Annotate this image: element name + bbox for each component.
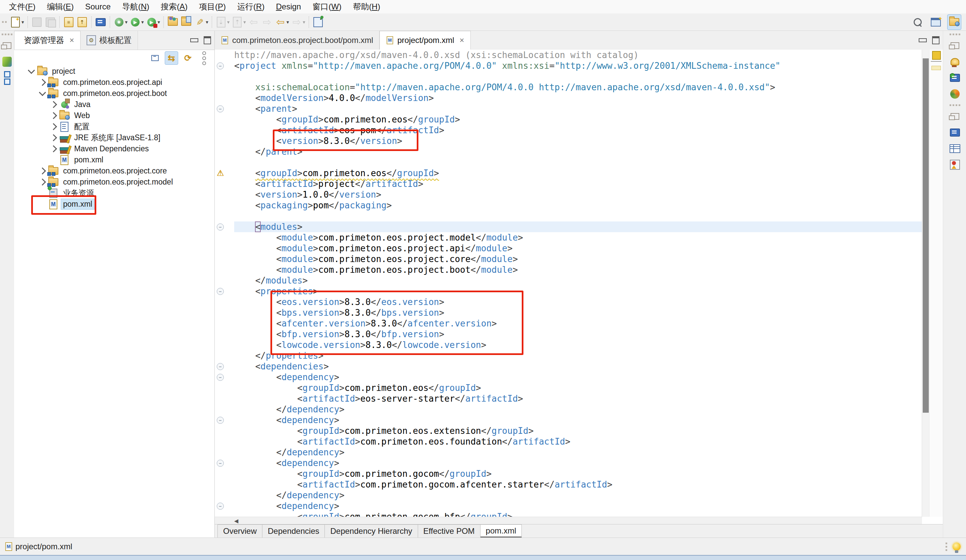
debug-button[interactable]: ✱▾ xyxy=(112,15,129,30)
view-menu-button[interactable] xyxy=(198,52,210,64)
package-export-button[interactable]: ⇡ xyxy=(76,15,89,30)
fold-collapse-icon[interactable]: − xyxy=(217,374,224,381)
run-button[interactable]: ▶▾ xyxy=(128,15,145,30)
pom-page-tab-overview[interactable]: Overview xyxy=(217,524,262,538)
scroll-left-arrow-icon[interactable]: ◀ xyxy=(234,518,238,524)
package-button[interactable]: ≡ xyxy=(62,15,76,30)
chevron-collapsed-icon[interactable] xyxy=(50,101,57,108)
tree-item-java[interactable]: Java xyxy=(14,99,214,110)
overview-warning-marker[interactable] xyxy=(932,66,941,70)
status-drag-handle[interactable] xyxy=(946,542,947,551)
panel-tab-resource-explorer[interactable]: 资源管理器× xyxy=(14,31,80,50)
back-button[interactable]: ⇦▾ xyxy=(274,15,290,30)
restore-views-icon[interactable] xyxy=(949,40,961,51)
maximize-panel-icon[interactable] xyxy=(204,36,211,44)
restore-views-icon[interactable] xyxy=(949,111,961,122)
menu-p[interactable]: 项目(P) xyxy=(193,0,232,13)
vertical-scrollbar-thumb[interactable] xyxy=(923,58,929,413)
mark-button[interactable]: ✎▾ xyxy=(193,15,209,30)
pom-page-tab-dependency-hierarchy[interactable]: Dependency Hierarchy xyxy=(325,524,418,538)
menu-w[interactable]: 窗口(W) xyxy=(307,0,347,13)
link-editor-button[interactable]: ⇆ xyxy=(165,51,178,65)
chevron-expanded-icon[interactable] xyxy=(39,89,46,96)
editor-tab[interactable]: Mcom.primeton.eos.project.boot/pom.xml xyxy=(215,31,380,50)
menu-f[interactable]: 文件(F) xyxy=(3,0,41,13)
pom-page-tab-pom.xml[interactable]: pom.xml xyxy=(480,524,522,538)
menu-a[interactable]: 搜索(A) xyxy=(155,0,193,13)
tree-item-pom.xml[interactable]: Mpom.xml xyxy=(14,154,214,166)
palette-view-icon[interactable] xyxy=(2,56,13,67)
open-perspective-button[interactable]: ✦ xyxy=(929,15,943,30)
globe-user-view-icon[interactable] xyxy=(949,88,961,100)
forward-history-button[interactable]: ⇨ xyxy=(260,15,274,30)
sync-button[interactable]: ⟳ xyxy=(182,52,194,64)
vertical-scrollbar[interactable] xyxy=(922,50,930,517)
tree-item-jrejavase-1.8[interactable]: JRE 系统库 [JavaSE-1.8] xyxy=(14,132,214,143)
chevron-collapsed-icon[interactable] xyxy=(50,134,57,141)
secure-run-button[interactable]: ▶▾ xyxy=(145,15,161,30)
chevron-collapsed-icon[interactable] xyxy=(39,79,46,86)
console-view-icon[interactable] xyxy=(949,127,961,138)
map-view-icon[interactable] xyxy=(949,159,961,171)
tree-item-project[interactable]: ⚠project xyxy=(14,66,214,77)
restore-views-icon[interactable] xyxy=(2,40,13,51)
panel-tab-template-config[interactable]: ⚙模板配置 xyxy=(80,31,138,50)
maximize-editor-icon[interactable] xyxy=(932,36,940,44)
search-button[interactable] xyxy=(911,15,924,30)
console-button[interactable] xyxy=(94,15,107,30)
checkin-button[interactable]: ⇣▾ xyxy=(214,15,231,30)
chevron-collapsed-icon[interactable] xyxy=(50,123,57,130)
menu-design[interactable]: Design xyxy=(270,0,307,13)
tip-lightbulb-icon[interactable] xyxy=(953,542,961,550)
checkout-button[interactable]: ⇡▾ xyxy=(230,15,247,30)
tree-item-mavendependencies[interactable]: Maven Dependencies xyxy=(14,143,214,154)
tree-item-pom.xml[interactable]: Mpom.xml xyxy=(14,199,214,210)
tree-item-web[interactable]: Web xyxy=(14,110,214,121)
resource-perspective-button[interactable] xyxy=(947,15,961,30)
horizontal-scrollbar[interactable]: ◀ xyxy=(215,517,922,524)
tree-item-com.primeton.eos.project.boot[interactable]: com.primeton.eos.project.boot xyxy=(14,88,214,99)
new-wizard-button[interactable]: ✦▾ xyxy=(9,15,25,30)
tree-item-com.primeton.eos.project.core[interactable]: com.primeton.eos.project.core xyxy=(14,166,214,176)
chevron-collapsed-icon[interactable] xyxy=(39,168,46,174)
menu-source[interactable]: Source xyxy=(79,0,117,13)
fold-collapse-icon[interactable]: − xyxy=(217,460,224,467)
fold-collapse-icon[interactable]: − xyxy=(217,503,224,510)
open-resource-button[interactable] xyxy=(166,15,179,30)
minimize-editor-icon[interactable] xyxy=(919,38,927,42)
chevron-collapsed-icon[interactable] xyxy=(50,145,57,152)
fold-collapse-icon[interactable]: − xyxy=(217,62,224,69)
xml-source-editor[interactable]: http://maven.apache.org/xsd/maven-4.0.0.… xyxy=(215,50,922,517)
toolbar-drag-handle[interactable] xyxy=(2,21,7,23)
import-resource-button[interactable] xyxy=(179,15,193,30)
remote-view-icon[interactable] xyxy=(949,72,961,84)
save-all-button[interactable] xyxy=(44,15,57,30)
outline-view-icon[interactable] xyxy=(2,72,13,84)
tree-item-com.primeton.eos.project.model[interactable]: com.primeton.eos.project.model xyxy=(14,176,214,187)
tree-item-com.primeton.eos.project.api[interactable]: com.primeton.eos.project.api xyxy=(14,77,214,88)
editor-tab[interactable]: Mproject/pom.xml× xyxy=(380,31,470,50)
overview-ruler[interactable] xyxy=(929,50,943,517)
collapse-all-button[interactable] xyxy=(149,52,161,64)
menu-r[interactable]: 运行(R) xyxy=(232,0,270,13)
table-view-icon[interactable] xyxy=(949,143,961,154)
back-history-button[interactable]: ⇦ xyxy=(247,15,260,30)
strip-drag-handle[interactable] xyxy=(950,34,960,35)
forward-button[interactable]: ⇨▾ xyxy=(290,15,306,30)
pom-page-tab-effective-pom[interactable]: Effective POM xyxy=(418,524,480,538)
menu-e[interactable]: 编辑(E) xyxy=(41,0,79,13)
fold-collapse-icon[interactable]: − xyxy=(217,223,224,230)
close-icon[interactable]: × xyxy=(460,36,464,45)
tree-item-[interactable]: 业务资源 xyxy=(14,187,214,199)
tree-item-[interactable]: 配置 xyxy=(14,121,214,132)
minimize-panel-icon[interactable] xyxy=(190,38,198,42)
strip-drag-handle[interactable] xyxy=(2,34,12,35)
chevron-collapsed-icon[interactable] xyxy=(39,179,46,186)
pin-editor-button[interactable] xyxy=(311,15,325,30)
chevron-expanded-icon[interactable] xyxy=(28,67,35,74)
fold-collapse-icon[interactable]: − xyxy=(217,288,224,295)
fold-collapse-icon[interactable]: − xyxy=(217,363,224,370)
pom-page-tab-dependencies[interactable]: Dependencies xyxy=(262,524,325,538)
menu-n[interactable]: 导航(N) xyxy=(117,0,155,13)
fold-collapse-icon[interactable]: − xyxy=(217,417,224,424)
